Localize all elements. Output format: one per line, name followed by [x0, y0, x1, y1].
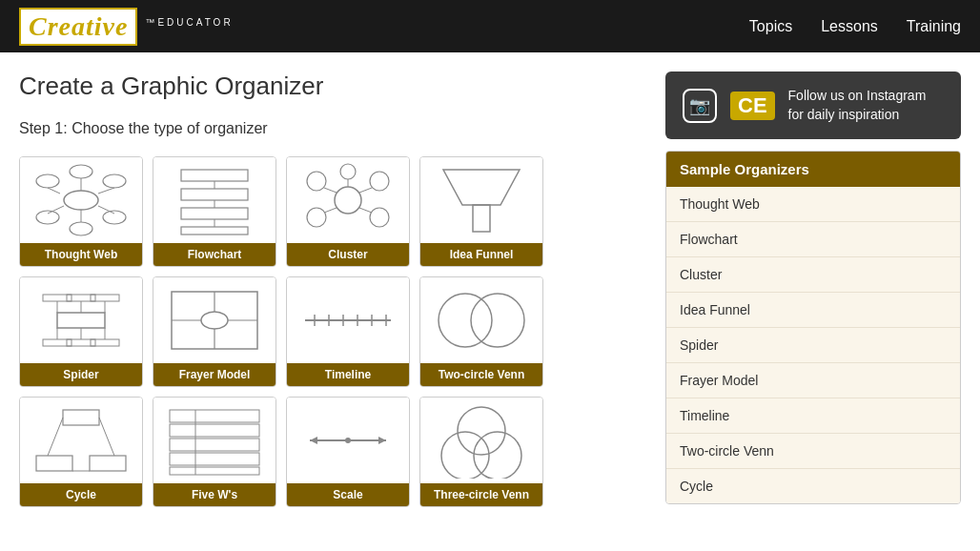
instagram-text: Follow us on Instagram for daily inspira… — [788, 87, 944, 124]
organizer-card-flowchart[interactable]: Flowchart — [153, 156, 276, 267]
card-label-thought-web: Thought Web — [20, 243, 142, 266]
svg-point-25 — [307, 208, 326, 227]
sample-item-spider[interactable]: Spider — [666, 328, 960, 363]
svg-rect-61 — [90, 456, 126, 471]
card-image-timeline — [287, 277, 409, 363]
main-container: Create a Graphic Organizer Step 1: Choos… — [0, 52, 980, 526]
svg-point-23 — [370, 172, 389, 191]
educator-text: EDUCATOR — [157, 16, 233, 27]
svg-rect-67 — [170, 439, 259, 451]
card-label-timeline: Timeline — [287, 363, 409, 386]
svg-point-27 — [370, 208, 389, 227]
card-image-scale — [287, 398, 409, 483]
sample-item-flowchart[interactable]: Flowchart — [666, 222, 960, 257]
logo-educator: ™EDUCATOR — [145, 14, 233, 39]
sample-item-timeline[interactable]: Timeline — [666, 398, 960, 434]
svg-point-75 — [458, 407, 505, 455]
sample-item-idea-funnel[interactable]: Idea Funnel — [666, 293, 960, 328]
organizer-card-five-ws[interactable]: Five W's — [153, 397, 276, 507]
organizer-card-thought-web[interactable]: Thought Web — [19, 156, 143, 267]
svg-rect-19 — [181, 227, 248, 235]
sample-item-frayer-model[interactable]: Frayer Model — [666, 363, 960, 398]
svg-rect-17 — [181, 208, 248, 219]
card-label-spider: Spider — [20, 363, 142, 386]
organizer-grid: Thought Web Flowchart — [19, 156, 646, 507]
svg-line-28 — [359, 208, 372, 213]
organizer-card-three-circle-venn[interactable]: Three-circle Venn — [419, 397, 543, 507]
svg-point-5 — [36, 211, 59, 224]
svg-line-63 — [99, 418, 114, 456]
instagram-icon: 📷 — [683, 89, 717, 123]
card-image-frayer-model — [153, 277, 276, 363]
page-title: Create a Graphic Organizer — [19, 71, 646, 101]
organizer-card-two-circle-venn[interactable]: Two-circle Venn — [419, 276, 543, 387]
nav-lessons[interactable]: Lessons — [821, 18, 878, 35]
organizer-card-cycle[interactable]: Cycle — [19, 397, 143, 507]
card-label-cluster: Cluster — [287, 243, 409, 266]
svg-point-57 — [439, 294, 492, 347]
svg-marker-73 — [310, 437, 317, 444]
svg-rect-13 — [181, 170, 248, 181]
instagram-banner[interactable]: 📷 CE Follow us on Instagram for daily in… — [665, 71, 961, 139]
svg-rect-15 — [181, 189, 248, 200]
card-image-thought-web — [20, 157, 142, 243]
svg-line-2 — [48, 188, 60, 194]
organizer-card-spider[interactable]: Spider — [19, 276, 143, 387]
card-image-flowchart — [153, 157, 276, 243]
educator-tm: ™ — [145, 16, 157, 27]
sample-item-cluster[interactable]: Cluster — [666, 257, 960, 293]
card-label-idea-funnel: Idea Funnel — [420, 243, 542, 266]
content-area: Create a Graphic Organizer Step 1: Choos… — [19, 71, 646, 507]
ce-badge: CE — [730, 92, 775, 120]
organizer-card-idea-funnel[interactable]: Idea Funnel — [419, 156, 543, 267]
card-label-three-circle-venn: Three-circle Venn — [420, 483, 542, 506]
card-label-five-ws: Five W's — [153, 483, 276, 506]
card-label-flowchart: Flowchart — [153, 243, 276, 266]
svg-line-4 — [98, 188, 114, 194]
logo-area: Creative ™EDUCATOR — [19, 8, 234, 46]
sidebar: 📷 CE Follow us on Instagram for daily in… — [665, 71, 961, 507]
sample-item-cycle[interactable]: Cycle — [666, 469, 960, 503]
svg-rect-66 — [170, 424, 259, 437]
nav-topics[interactable]: Topics — [749, 18, 792, 35]
card-label-cycle: Cycle — [20, 483, 142, 506]
svg-rect-33 — [57, 313, 105, 328]
card-image-cluster — [287, 157, 409, 243]
card-image-two-circle-venn — [420, 277, 542, 363]
main-nav: Topics Lessons Training — [749, 18, 961, 35]
organizer-card-cluster[interactable]: Cluster — [286, 156, 410, 267]
card-image-three-circle-venn — [420, 398, 542, 483]
sample-item-two-circle-venn[interactable]: Two-circle Venn — [666, 434, 960, 469]
card-label-two-circle-venn: Two-circle Venn — [420, 363, 542, 386]
sample-item-thought-web[interactable]: Thought Web — [666, 187, 960, 222]
card-image-idea-funnel — [420, 157, 542, 243]
card-image-five-ws — [153, 398, 276, 483]
svg-rect-59 — [63, 410, 99, 425]
svg-point-3 — [103, 174, 126, 188]
svg-point-9 — [70, 165, 92, 178]
svg-rect-68 — [170, 453, 259, 465]
nav-training[interactable]: Training — [907, 18, 961, 35]
svg-point-11 — [70, 222, 92, 235]
organizer-card-frayer-model[interactable]: Frayer Model — [153, 276, 276, 387]
svg-point-21 — [307, 172, 326, 191]
svg-rect-32 — [473, 205, 490, 232]
sample-organizers-panel: Sample Organizers Thought Web Flowchart … — [665, 151, 961, 504]
svg-line-24 — [359, 188, 372, 193]
svg-point-1 — [36, 174, 59, 188]
svg-rect-60 — [36, 456, 72, 471]
svg-marker-31 — [443, 170, 520, 205]
svg-marker-72 — [378, 437, 386, 444]
card-image-cycle — [20, 398, 142, 483]
header: Creative ™EDUCATOR Topics Lessons Traini… — [0, 0, 980, 52]
svg-line-26 — [324, 208, 337, 213]
step-label: Step 1: Choose the type of organizer — [19, 120, 646, 137]
organizer-card-timeline[interactable]: Timeline — [286, 276, 410, 387]
svg-point-49 — [201, 312, 228, 329]
svg-point-29 — [340, 164, 356, 179]
organizer-card-scale[interactable]: Scale — [286, 397, 410, 507]
svg-point-20 — [335, 187, 361, 214]
svg-rect-65 — [170, 410, 259, 422]
svg-point-0 — [64, 191, 98, 210]
card-label-scale: Scale — [287, 483, 409, 506]
